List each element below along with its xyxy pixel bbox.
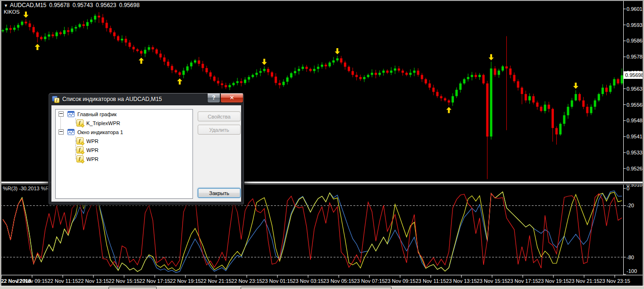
indicator-function-icon: f	[76, 146, 84, 153]
tree-node-label: Главный график	[77, 111, 117, 117]
price-axis-label: 0.95410	[627, 134, 644, 139]
time-axis-label: 23 Nov 07:15	[354, 278, 385, 284]
price-axis-label: 0.95860	[627, 38, 644, 43]
time-axis-label: 22 Nov 17:15	[139, 278, 170, 284]
sell-arrow-icon	[23, 12, 28, 18]
current-price-tag: 0.95698	[624, 71, 644, 79]
buy-arrow-icon	[446, 107, 452, 113]
indicator-function-icon: f	[76, 155, 84, 162]
tree-connector	[59, 119, 76, 128]
ohlc-low: 0.95623	[96, 2, 116, 8]
price-axis-label: 0.95260	[627, 166, 644, 171]
indicator-tree[interactable]: Главный графикfK_TriplexWPRОкно индикато…	[55, 109, 193, 199]
ohlc-high: 0.95743	[73, 2, 93, 8]
chart-window-icon	[67, 111, 75, 117]
chart-header: ▼AUDCAD,M150.956780.957430.956230.95698	[4, 2, 142, 8]
time-axis-label: 22 Nov 13:15	[78, 278, 109, 284]
help-button[interactable]: ?	[207, 94, 220, 103]
price-axis-label: 0.95560	[627, 102, 644, 108]
time-axis-label: 23 Nov 09:15	[385, 278, 415, 284]
indicator-function-icon: f	[76, 137, 84, 144]
tree-connector	[59, 136, 76, 145]
sell-arrow-icon	[489, 54, 494, 60]
delete-button[interactable]: Удалить	[198, 125, 241, 135]
price-axis-label: 0.95785	[627, 54, 644, 60]
sell-arrow-icon	[573, 83, 578, 89]
time-axis-label: 23 Nov 03:15	[293, 278, 323, 284]
time-axis-label: 23 Nov 01:15	[262, 278, 293, 284]
buy-arrow-icon	[139, 58, 144, 64]
indicator-list-dialog: ƒ Список индикаторов на AUDCAD,M15 ? ✕ Г…	[48, 93, 244, 205]
indicator-function-icon: f	[76, 119, 84, 127]
chart-window-icon	[67, 129, 75, 135]
price-axis-label: 0.95335	[627, 150, 644, 155]
wpr-indicator-label: %R(3) -30.2013 %R(	[3, 186, 51, 191]
time-axis-label: 23 Nov 15:15	[477, 278, 507, 284]
indicator-axis-label: -100	[627, 268, 637, 274]
tree-connector	[59, 145, 76, 154]
chart-indicator-name: KIKOS	[4, 9, 20, 15]
indicator-axis-label: -20	[627, 203, 634, 208]
tree-leaf-label: K_TriplexWPR	[86, 120, 120, 126]
symbol-period-label: AUDCAD,M15	[10, 2, 46, 8]
sell-arrow-icon	[335, 48, 340, 54]
chart-tabs-strip	[0, 286, 644, 289]
price-axis-label: 0.96010	[627, 6, 644, 12]
tree-leaf-label: WPR	[86, 156, 99, 162]
time-axis-label: 22 Nov 19:15	[170, 278, 201, 284]
tree-leaf[interactable]: fWPR	[56, 145, 192, 154]
time-axis-label: 23 Nov 21:15	[569, 278, 599, 284]
price-axis-label: 0.95935	[627, 22, 644, 28]
time-axis-label: 22 Nov 15:15	[109, 278, 139, 284]
time-axis-label: 23 Nov 17:15	[507, 278, 538, 284]
tree-node[interactable]: Главный график	[56, 110, 192, 119]
collapse-icon[interactable]	[59, 129, 64, 135]
close-icon[interactable]: ✕	[220, 94, 243, 103]
tree-leaf[interactable]: fWPR	[56, 136, 192, 145]
chart-tab[interactable]	[241, 287, 392, 289]
sell-arrow-icon	[262, 59, 267, 65]
ohlc-close: 0.95698	[119, 2, 139, 8]
tree-connector	[59, 154, 76, 163]
time-axis-label: 22 Nov 11:15	[48, 278, 78, 284]
time-axis-label: 23 Nov 05:15	[323, 278, 354, 284]
window-edge-top	[0, 0, 644, 1]
properties-button[interactable]: Свойства	[198, 111, 241, 121]
tree-leaf-label: WPR	[86, 147, 99, 153]
buy-arrow-icon	[35, 44, 40, 50]
buy-arrow-icon	[177, 78, 182, 85]
time-axis-label: 23 Nov 19:15	[538, 278, 569, 284]
time-axis-label: 22 Nov 21:15	[201, 278, 231, 284]
tree-node[interactable]: Окно индикатора 1	[56, 128, 192, 136]
ohlc-open: 0.95678	[49, 2, 69, 8]
dialog-buttons: Свойства Удалить Закрыть	[196, 105, 241, 202]
dialog-title: Список индикаторов на AUDCAD,M15	[62, 96, 162, 102]
tree-leaf[interactable]: fWPR	[56, 154, 192, 163]
symbol-dropdown-icon[interactable]: ▼	[4, 3, 8, 8]
time-axis-label: 22 Nov 23:15	[231, 278, 262, 284]
chart-tab[interactable]	[109, 287, 157, 289]
collapse-icon[interactable]	[59, 111, 64, 117]
dialog-titlebar[interactable]: ƒ Список индикаторов на AUDCAD,M15 ? ✕	[49, 93, 244, 105]
tree-leaf[interactable]: fK_TriplexWPR	[56, 119, 192, 128]
close-button[interactable]: Закрыть	[198, 188, 241, 198]
price-axis-label: 0.95635	[627, 86, 644, 92]
indicator-list-icon: ƒ	[52, 95, 59, 103]
indicator-axis-label: 0	[627, 186, 629, 191]
indicator-axis-label: -80	[627, 255, 634, 260]
time-axis-label: 22 Nov 09:15	[17, 278, 47, 284]
dialog-client-area: Главный графикfK_TriplexWPRОкно индикато…	[51, 105, 241, 202]
time-axis-label: 23 Nov 23:15	[599, 278, 630, 284]
mt4-chart-window: ▼AUDCAD,M150.956780.957430.956230.95698 …	[0, 0, 644, 289]
time-axis-label: 23 Nov 11:15	[416, 278, 446, 284]
tree-leaf-label: WPR	[86, 138, 99, 144]
window-edge-left	[0, 0, 1, 289]
time-axis-label: 23 Nov 13:15	[446, 278, 477, 284]
price-axis-label: 0.95485	[627, 118, 644, 123]
tree-node-label: Окно индикатора 1	[77, 129, 123, 135]
